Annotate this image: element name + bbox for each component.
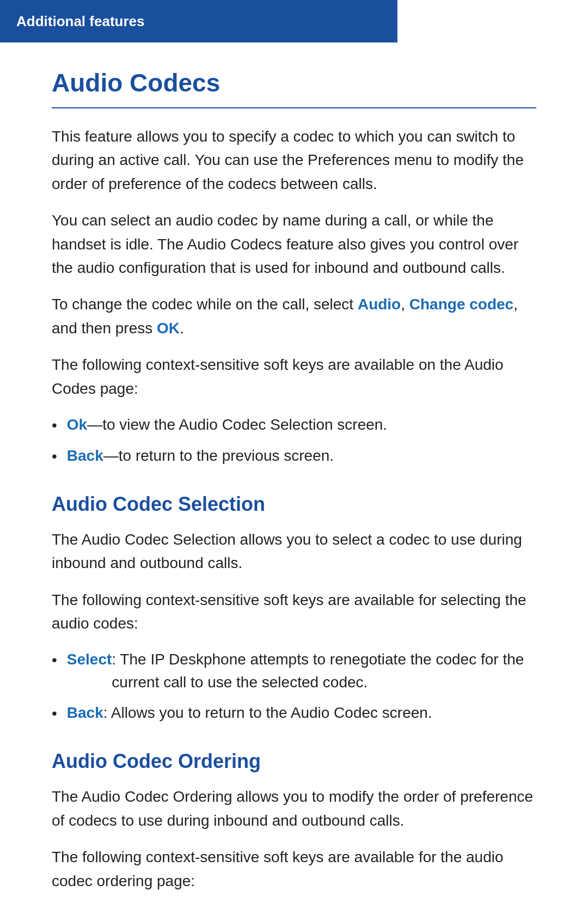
bullet-ok-link: Ok bbox=[67, 413, 87, 436]
change-codec-end: . bbox=[180, 320, 184, 337]
section3-paragraph-1: The Audio Codec Ordering allows you to m… bbox=[52, 785, 536, 832]
save-text: —to save the current order as the new pr… bbox=[102, 906, 516, 909]
bullet-back-text: —to return to the previous screen. bbox=[103, 444, 334, 467]
section2-back-link: Back bbox=[67, 701, 103, 724]
select-link: Select bbox=[67, 648, 112, 671]
section2-paragraph-1: The Audio Codec Selection allows you to … bbox=[52, 528, 536, 575]
section2-back-text: : Allows you to return to the Audio Code… bbox=[103, 701, 432, 724]
intro-paragraph-2: You can select an audio codec by name du… bbox=[52, 209, 536, 279]
section2-list-item-select: Select: The IP Deskphone attempts to ren… bbox=[52, 648, 536, 694]
section3-heading: Audio Codec Ordering bbox=[52, 747, 536, 776]
section2-paragraph-2: The following context-sensitive soft key… bbox=[52, 588, 536, 636]
audio-link: Audio bbox=[358, 296, 401, 313]
change-codec-link: Change codec bbox=[409, 296, 513, 313]
list-item-ok: Ok—to view the Audio Codec Selection scr… bbox=[52, 413, 536, 437]
ok-link: OK bbox=[157, 320, 180, 337]
section3-list: Save—to save the current order as the ne… bbox=[52, 906, 536, 909]
bullet-back-link: Back bbox=[67, 444, 103, 467]
select-text: : The IP Deskphone attempts to renegotia… bbox=[112, 648, 536, 694]
intro-paragraph-1: This feature allows you to specify a cod… bbox=[52, 125, 536, 196]
soft-keys-list: Ok—to view the Audio Codec Selection scr… bbox=[52, 413, 536, 468]
soft-keys-intro: The following context-sensitive soft key… bbox=[52, 353, 536, 400]
header-label: Additional features bbox=[16, 13, 144, 29]
save-link: Save bbox=[67, 906, 102, 909]
section2-heading: Audio Codec Selection bbox=[52, 490, 536, 519]
section2-list-item-back: Back: Allows you to return to the Audio … bbox=[52, 701, 536, 725]
change-codec-paragraph: To change the codec while on the call, s… bbox=[52, 292, 536, 340]
list-item-back: Back—to return to the previous screen. bbox=[52, 444, 536, 468]
section3-list-item-save: Save—to save the current order as the ne… bbox=[52, 906, 536, 909]
bullet-ok-text: —to view the Audio Codec Selection scree… bbox=[87, 413, 387, 436]
page-title: Audio Codecs bbox=[52, 64, 536, 108]
main-content: Audio Codecs This feature allows you to … bbox=[0, 42, 588, 909]
section2-list: Select: The IP Deskphone attempts to ren… bbox=[52, 648, 536, 725]
change-codec-prefix: To change the codec while on the call, s… bbox=[52, 296, 358, 313]
section3-paragraph-2: The following context-sensitive soft key… bbox=[52, 845, 536, 893]
change-codec-sep: , bbox=[401, 296, 409, 313]
header-bar: Additional features bbox=[0, 0, 397, 42]
